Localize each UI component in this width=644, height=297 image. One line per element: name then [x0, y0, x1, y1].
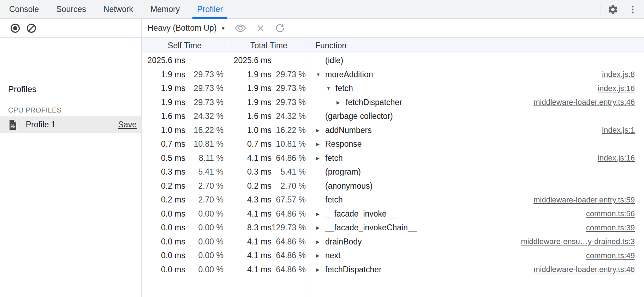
reload-button[interactable] — [275, 23, 285, 34]
total-time-cell: 1.6 ms 24.32 % — [228, 111, 310, 121]
profile-view-toolbar: Heavy (Bottom Up) ▼ — [142, 19, 644, 38]
total-time-cell: 4.1 ms 64.86 % — [228, 265, 310, 274]
self-time-ms: 0.3 ms — [142, 167, 185, 177]
grid-rows: 2025.6 ms 2025.6 ms (idle) 1.9 ms 29.73 … — [142, 54, 644, 277]
profile-grid-row[interactable]: 2025.6 ms 2025.6 ms (idle) — [142, 54, 644, 68]
total-time-ms: 2025.6 ms — [228, 56, 272, 65]
total-time-pct: 2.70 % — [272, 181, 310, 191]
profile-grid-row[interactable]: 1.0 ms 16.22 % 1.0 ms 16.22 % ▶ addNumbe… — [142, 123, 644, 138]
column-header-total-time[interactable]: Total Time — [228, 38, 310, 53]
source-location-link[interactable]: middleware-loader.entry.ts:59 — [526, 195, 635, 205]
expander-icon[interactable]: ▶ — [316, 156, 325, 161]
tab-sources[interactable]: Sources — [56, 0, 86, 19]
profile-list-item[interactable]: % Profile 1 Save — [0, 116, 141, 133]
profile-grid-row[interactable]: 1.9 ms 29.73 % 1.9 ms 29.73 % ▼ moreAddi… — [142, 68, 644, 82]
self-time-cell: 0.2 ms 2.70 % — [142, 181, 228, 191]
profile-grid-row[interactable]: 0.7 ms 10.81 % 0.7 ms 10.81 % ▶ Response — [142, 137, 644, 151]
self-time-pct: 5.41 % — [185, 167, 228, 177]
profile-grid-row[interactable]: 0.3 ms 5.41 % 0.3 ms 5.41 % (program) — [142, 165, 644, 179]
source-location-link[interactable]: index.js:16 — [591, 84, 635, 93]
self-time-cell: 0.0 ms 0.00 % — [142, 265, 228, 274]
function-cell: ▶ __facade_invoke__ common.ts:56 — [310, 209, 644, 219]
profile-grid-row[interactable]: 0.0 ms 0.00 % 4.1 ms 64.86 % ▶ __facade_… — [142, 207, 644, 221]
record-icon — [10, 23, 20, 34]
three-dot-menu-icon — [628, 5, 638, 14]
tab-profiler[interactable]: Profiler — [197, 0, 223, 19]
profile-grid-row[interactable]: 0.0 ms 0.00 % 8.3 ms 129.73 % ▶ __facade… — [142, 221, 644, 235]
profile-grid-row[interactable]: 1.9 ms 29.73 % 1.9 ms 29.73 % ▶ fetchDis… — [142, 96, 644, 110]
profile-grid-row[interactable]: 0.5 ms 8.11 % 4.1 ms 64.86 % ▶ fetch ind… — [142, 151, 644, 165]
function-name: fetch — [325, 153, 343, 163]
column-header-self-time[interactable]: Self Time — [142, 38, 228, 53]
expander-icon[interactable]: ▶ — [316, 211, 325, 217]
clear-button[interactable] — [26, 23, 37, 34]
column-header-function[interactable]: Function — [310, 38, 644, 53]
total-time-pct: 67.57 % — [272, 195, 310, 205]
expander-icon[interactable]: ▶ — [316, 239, 325, 244]
total-time-ms: 0.7 ms — [228, 139, 272, 149]
expander-icon[interactable]: ▶ — [316, 128, 325, 133]
profile-grid-row[interactable]: 1.9 ms 29.73 % 1.9 ms 29.73 % ▼ fetch in… — [142, 81, 644, 96]
total-time-ms: 4.1 ms — [228, 153, 272, 163]
source-location-link[interactable]: common.ts:39 — [579, 223, 635, 232]
delete-profile-button[interactable] — [256, 23, 266, 33]
expander-icon[interactable]: ▶ — [336, 100, 346, 105]
expander-icon[interactable]: ▼ — [326, 86, 335, 91]
function-name: drainBody — [325, 237, 362, 247]
self-time-pct: 2.70 % — [185, 195, 228, 205]
record-button[interactable] — [10, 23, 20, 34]
source-location-link[interactable]: index.js:16 — [591, 153, 635, 163]
total-time-pct: 29.73 % — [272, 98, 310, 107]
view-mode-select[interactable]: Heavy (Bottom Up) ▼ — [148, 23, 225, 33]
source-location-link[interactable]: common.ts:49 — [579, 251, 635, 260]
tab-network[interactable]: Network — [103, 0, 133, 19]
expander-icon[interactable]: ▶ — [316, 253, 325, 258]
source-location-link[interactable]: middleware-loader.entry.ts:46 — [526, 265, 635, 274]
self-time-ms: 1.6 ms — [142, 111, 185, 121]
function-cell: ▶ fetch index.js:16 — [310, 153, 644, 163]
clear-icon — [26, 23, 37, 34]
function-cell: ▶ addNumbers index.js:1 — [310, 126, 644, 135]
total-time-ms: 1.0 ms — [228, 126, 272, 135]
expander-icon[interactable]: ▶ — [316, 225, 325, 230]
profiles-sidebar: Profiles CPU PROFILES % Profile 1 Save — [0, 38, 141, 297]
settings-button[interactable] — [607, 4, 619, 15]
profile-grid-row[interactable]: 0.2 ms 2.70 % 4.3 ms 67.57 % fetch middl… — [142, 193, 644, 207]
tab-bar-separator — [601, 4, 601, 15]
total-time-pct: 24.32 % — [272, 111, 310, 121]
save-link[interactable]: Save — [118, 120, 137, 129]
self-time-ms: 0.7 ms — [142, 139, 185, 149]
total-time-cell: 4.1 ms 64.86 % — [228, 153, 310, 163]
total-time-pct: 16.22 % — [272, 126, 310, 135]
source-location-link[interactable]: common.ts:56 — [579, 209, 635, 218]
profile-grid-row[interactable]: 1.6 ms 24.32 % 1.6 ms 24.32 % (garbage c… — [142, 109, 644, 123]
source-location-link[interactable]: middleware-loader.entry.ts:46 — [526, 98, 635, 107]
self-time-pct — [185, 56, 228, 65]
expander-icon[interactable]: ▼ — [316, 72, 325, 77]
more-options-button[interactable] — [628, 5, 638, 14]
focus-selected-button[interactable] — [234, 22, 246, 34]
self-time-pct: 8.11 % — [185, 153, 228, 163]
expander-icon[interactable]: ▶ — [316, 267, 325, 272]
source-location-link[interactable]: index.js:8 — [595, 70, 635, 79]
tab-bar-actions — [601, 0, 644, 19]
tab-memory[interactable]: Memory — [150, 0, 180, 19]
self-time-cell: 0.0 ms 0.00 % — [142, 209, 228, 219]
total-time-cell: 4.3 ms 67.57 % — [228, 195, 310, 205]
function-name: (garbage collector) — [325, 111, 393, 121]
self-time-pct: 29.73 % — [185, 98, 228, 107]
profile-grid-row[interactable]: 0.0 ms 0.00 % 4.1 ms 64.86 % ▶ next comm… — [142, 249, 644, 263]
tab-console[interactable]: Console — [9, 0, 39, 19]
source-location-link[interactable]: middleware-ensu…y-drained.ts:3 — [514, 237, 635, 246]
total-time-cell: 1.9 ms 29.73 % — [228, 98, 310, 107]
profile-grid-row[interactable]: 0.0 ms 0.00 % 4.1 ms 64.86 % ▶ drainBody… — [142, 235, 644, 249]
self-time-cell: 0.2 ms 2.70 % — [142, 195, 228, 205]
source-location-link[interactable]: index.js:1 — [595, 126, 635, 135]
total-time-cell: 1.9 ms 29.73 % — [228, 84, 310, 93]
expander-icon[interactable]: ▶ — [316, 141, 325, 147]
total-time-ms: 4.1 ms — [228, 209, 272, 219]
profile-grid-row[interactable]: 0.2 ms 2.70 % 0.2 ms 2.70 % (anonymous) — [142, 179, 644, 193]
profile-grid-row[interactable]: 0.0 ms 0.00 % 4.1 ms 64.86 % ▶ fetchDisp… — [142, 263, 644, 277]
self-time-ms: 1.0 ms — [142, 126, 185, 135]
total-time-pct: 64.86 % — [272, 237, 310, 247]
